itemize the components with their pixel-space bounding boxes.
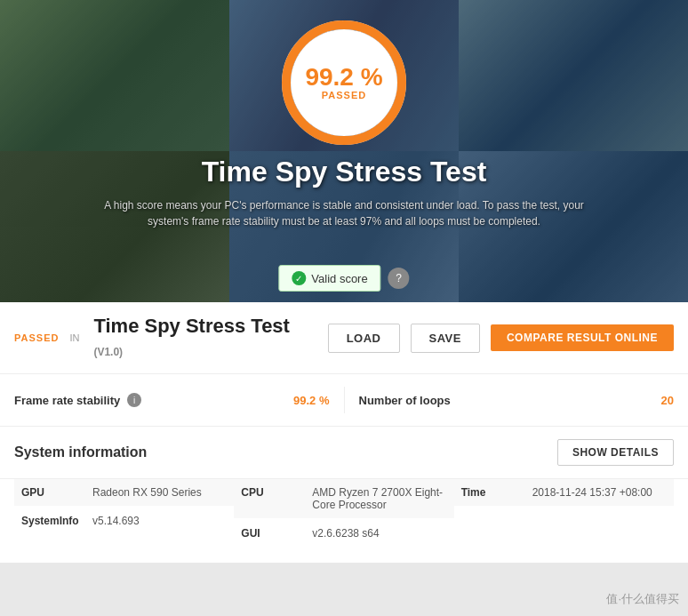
loops-value: 20 (661, 394, 674, 407)
sysinfo-key: SystemInfo (21, 515, 92, 527)
score-status: PASSED (322, 90, 366, 100)
load-button[interactable]: LOAD (328, 324, 400, 353)
info-row-time: Time 2018-11-24 15:37 +08:00 (454, 479, 674, 506)
frame-rate-label: Frame rate stability (14, 394, 120, 407)
hero-section: 99.2 % PASSED Time Spy Stress Test A hig… (0, 0, 688, 302)
score-inner: 99.2 % PASSED (291, 29, 397, 136)
sysinfo-value: v5.14.693 (92, 515, 140, 527)
save-button[interactable]: SAVE (411, 324, 480, 353)
info-row-gpu: GPU Radeon RX 590 Series (14, 479, 234, 506)
content-area: PASSED IN Time Spy Stress Test (V1.0) LO… (0, 302, 688, 563)
hero-cell-3 (459, 0, 688, 151)
system-info-table: GPU Radeon RX 590 Series SystemInfo v5.1… (0, 479, 688, 563)
time-value: 2018-11-24 15:37 +08:00 (532, 486, 652, 499)
help-button[interactable]: ? (388, 268, 410, 289)
hero-text-block: Time Spy Stress Test A high score means … (0, 156, 688, 229)
loops-label: Number of loops (359, 394, 451, 407)
system-info-title: System information (14, 444, 147, 460)
valid-score-bar: ✓ Valid score ? (278, 265, 409, 292)
test-name: Time Spy Stress Test (V1.0) (93, 315, 316, 361)
cpu-key: CPU (241, 486, 312, 511)
info-col-gpu: GPU Radeon RX 590 Series SystemInfo v5.1… (14, 479, 234, 548)
passed-label: PASSED (14, 332, 59, 343)
valid-score-badge: ✓ Valid score (278, 265, 380, 292)
hero-cell-1 (0, 0, 229, 151)
info-row-gui: GUI v2.6.6238 s64 (234, 520, 453, 547)
info-col-cpu: CPU AMD Ryzen 7 2700X Eight-Core Process… (234, 479, 453, 548)
stats-row: Frame rate stability i 99.2 % Number of … (0, 374, 688, 427)
hero-title: Time Spy Stress Test (0, 156, 688, 188)
cpu-value: AMD Ryzen 7 2700X Eight-Core Processor (312, 486, 446, 511)
hero-subtitle: A high score means your PC's performance… (95, 197, 593, 229)
loops-stat: Number of loops 20 (359, 394, 675, 407)
passed-in-text: IN (69, 332, 79, 343)
time-key: Time (461, 486, 532, 499)
frame-rate-value: 99.2 % (293, 394, 329, 407)
compare-button[interactable]: COMPARE RESULT ONLINE (491, 324, 674, 351)
gpu-value: Radeon RX 590 Series (92, 486, 202, 499)
watermark: 值·什么值得买 (606, 591, 679, 607)
frame-rate-stat: Frame rate stability i 99.2 % (14, 393, 330, 407)
gui-key: GUI (241, 527, 312, 540)
info-row-cpu: CPU AMD Ryzen 7 2700X Eight-Core Process… (234, 479, 453, 518)
system-info-header: System information SHOW DETAILS (0, 427, 688, 479)
show-details-button[interactable]: SHOW DETAILS (557, 439, 674, 466)
gpu-key: GPU (21, 486, 92, 499)
info-row-sysinfo: SystemInfo v5.14.693 (14, 508, 234, 534)
stat-divider (344, 387, 345, 413)
frame-rate-info-icon[interactable]: i (127, 393, 141, 407)
score-circle: 99.2 % PASSED (277, 16, 411, 149)
score-percent: 99.2 % (305, 65, 382, 90)
info-col-time: Time 2018-11-24 15:37 +08:00 (454, 479, 674, 548)
passed-row: PASSED IN Time Spy Stress Test (V1.0) LO… (0, 302, 688, 374)
test-version: (V1.0) (93, 346, 123, 358)
gui-value: v2.6.6238 s64 (312, 527, 379, 540)
check-icon: ✓ (292, 271, 306, 285)
valid-score-text: Valid score (311, 272, 367, 285)
